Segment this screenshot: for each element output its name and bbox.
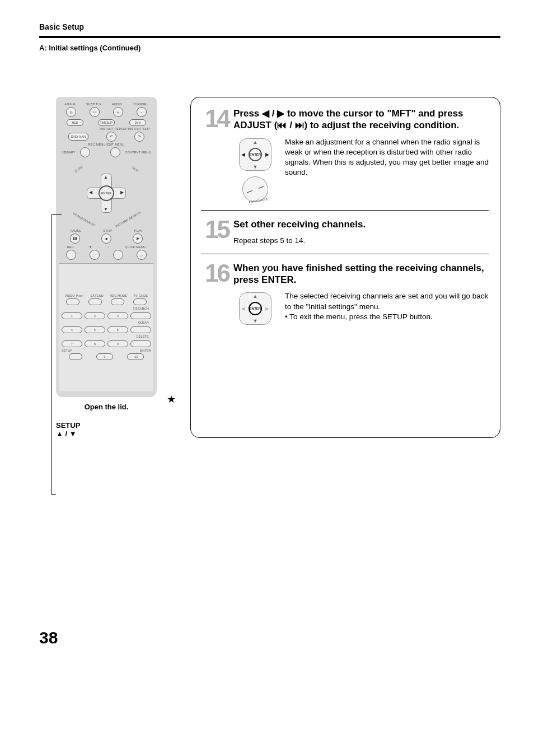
frame-adjust-illustration: FRAME/ADJUST bbox=[239, 172, 272, 206]
down-arrow-icon: ▼ bbox=[253, 164, 258, 170]
digit-9: 9 bbox=[107, 340, 128, 347]
audio-button: ∞ bbox=[113, 107, 123, 117]
hdd-button: HDD bbox=[67, 119, 83, 126]
callout-line bbox=[51, 494, 56, 495]
label-pause: PAUSE bbox=[71, 229, 81, 232]
digit-8: 8 bbox=[85, 340, 105, 347]
label-setup: SETUP bbox=[62, 349, 72, 352]
step-14-heading: Press ◀ / ▶ to move the cursor to "MFT" … bbox=[233, 108, 489, 132]
label-slow: SLOW bbox=[74, 165, 83, 174]
label-library: LIBRARY bbox=[62, 151, 76, 154]
right-arrow-icon: ▶ bbox=[265, 152, 269, 157]
label-instant: INSTANT REPLAY INSTANT SKIP bbox=[59, 127, 150, 130]
instant-skip-button: ↷ bbox=[134, 132, 144, 142]
digit-plus10: +10 bbox=[127, 353, 144, 360]
down-arrow-icon: ▼ bbox=[253, 318, 258, 324]
videoplus-button bbox=[66, 298, 79, 305]
clear-button bbox=[130, 326, 151, 333]
step-16-description-1: The selected receiving channels are set … bbox=[285, 291, 489, 311]
right-arrow-icon: ▶ bbox=[120, 190, 124, 195]
digit-5: 5 bbox=[85, 326, 105, 333]
subtitle-button: ▭ bbox=[90, 107, 100, 117]
down-arrow-icon: ▼ bbox=[104, 207, 108, 212]
label-stop: STOP bbox=[104, 229, 113, 232]
step-number: 16 bbox=[201, 262, 229, 326]
digit-3: 3 bbox=[107, 312, 128, 319]
library-button bbox=[80, 147, 90, 157]
section-title: Basic Setup bbox=[39, 22, 500, 31]
navigation-dpad: SLOW SKIP ◀ ▶ ▲ ▼ ENTER FRAME/ADJUST PIC… bbox=[73, 160, 140, 227]
enter-center: ENTER bbox=[249, 302, 262, 315]
left-right-arrow-icon: ◀ / ▶ bbox=[262, 108, 284, 119]
label-picture-search: PICTURE SEARCH bbox=[115, 211, 142, 228]
page-number: 38 bbox=[39, 628, 500, 647]
up-arrow-icon: ▲ bbox=[253, 139, 258, 145]
label-play: PLAY bbox=[134, 229, 142, 232]
stop-button: ■ bbox=[101, 234, 111, 244]
recmode-button bbox=[111, 298, 124, 305]
angle-button: ⎚ bbox=[66, 107, 76, 117]
step-15-description: Repeat steps 5 to 14. bbox=[233, 236, 489, 246]
label-circle: ○ bbox=[107, 245, 110, 249]
step-number: 15 bbox=[201, 218, 229, 246]
label-quick-menu: QUICK MENU bbox=[125, 245, 146, 249]
delete-button bbox=[130, 340, 151, 347]
content-menu-button bbox=[110, 147, 120, 157]
star-icon: ★ bbox=[167, 393, 176, 405]
divider bbox=[201, 210, 489, 211]
step-14: 14 Press ◀ / ▶ to move the cursor to "MF… bbox=[201, 108, 489, 202]
digit-6: 6 bbox=[107, 326, 128, 333]
play-button: ▶ bbox=[133, 234, 143, 244]
timeslip-button: TIMESLIP bbox=[98, 119, 115, 126]
digit-7: 7 bbox=[62, 340, 82, 347]
pause-button: ▮▮ bbox=[70, 234, 80, 244]
dpad-illustration: ▲ ▼ ◀ ▶ ENTER bbox=[239, 292, 271, 325]
dpad-illustration: ▲ ▼ ◀ ▶ ENTER bbox=[239, 138, 271, 171]
digit-0: 0 bbox=[96, 353, 113, 360]
up-arrow-icon: ▲ bbox=[104, 175, 108, 180]
label-skip: SKIP bbox=[131, 166, 139, 173]
callout-line bbox=[51, 214, 52, 494]
remote-illustration-column: ANGLE SUBTITLE AUDIO CHANNEL ⎚ ▭ ∞ ⌄ HDD… bbox=[39, 97, 174, 438]
left-arrow-icon: ◀ bbox=[241, 152, 245, 157]
label-angle: ANGLE bbox=[64, 102, 76, 106]
circle-button bbox=[113, 250, 123, 260]
label-tvcode: TV CODE bbox=[134, 294, 148, 297]
section-subheading: A: Initial settings (Continued) bbox=[39, 44, 500, 52]
label-star: ★ bbox=[89, 245, 92, 249]
label-recmode: REC MODE bbox=[110, 294, 127, 297]
divider bbox=[201, 254, 489, 254]
right-arrow-icon: ▶ bbox=[265, 306, 269, 311]
enter-center: ENTER bbox=[249, 148, 262, 161]
open-lid-caption: Open the lid. bbox=[39, 403, 174, 411]
step-16-heading: When you have finished setting the recei… bbox=[233, 262, 489, 286]
left-arrow-icon: ◀ bbox=[89, 190, 92, 195]
enter-button: ENTER bbox=[99, 185, 114, 201]
step-15-heading: Set other receiving channels. bbox=[233, 218, 489, 230]
adjust-symbols-icon: ⏮ / ⏭ bbox=[277, 120, 304, 130]
remote-lid-panel: VIDEO Plus+ EXTEND REC MODE TV CODE T.SE… bbox=[59, 263, 153, 391]
label-videoplus: VIDEO Plus+ bbox=[65, 294, 85, 297]
quick-menu-button: ⌕ bbox=[137, 250, 147, 260]
label-audio: AUDIO bbox=[112, 102, 122, 106]
tvcode-button bbox=[133, 298, 147, 305]
label-tsearch: T.SEARCH bbox=[62, 307, 149, 310]
label-enter: ENTER bbox=[140, 349, 151, 352]
label-rec-edit: REC MENU EDIT MENU bbox=[59, 143, 153, 146]
step-16: 16 When you have finished setting the re… bbox=[201, 262, 489, 326]
up-arrow-icon: ▲ bbox=[253, 293, 258, 299]
extend-button bbox=[88, 298, 102, 305]
label-rec: REC bbox=[67, 245, 74, 249]
text: ) to adjust the receiving condition. bbox=[305, 120, 460, 130]
label-content-menu: CONTENT MENU bbox=[125, 151, 151, 154]
digit-1: 1 bbox=[62, 312, 82, 319]
callout-up-down: ▲ / ▼ bbox=[56, 430, 174, 438]
label-frame-adjust: FRAME/ADJUST bbox=[72, 212, 96, 227]
frame-adjust-label: FRAME/ADJUST bbox=[249, 197, 270, 204]
tsearch-button bbox=[130, 312, 151, 319]
channel-button: ⌄ bbox=[137, 107, 147, 117]
step-16-description-2: • To exit the menu, press the SETUP butt… bbox=[285, 312, 489, 322]
step-number: 14 bbox=[201, 108, 229, 202]
label-channel: CHANNEL bbox=[133, 102, 148, 106]
label-extend: EXTEND bbox=[90, 294, 104, 297]
